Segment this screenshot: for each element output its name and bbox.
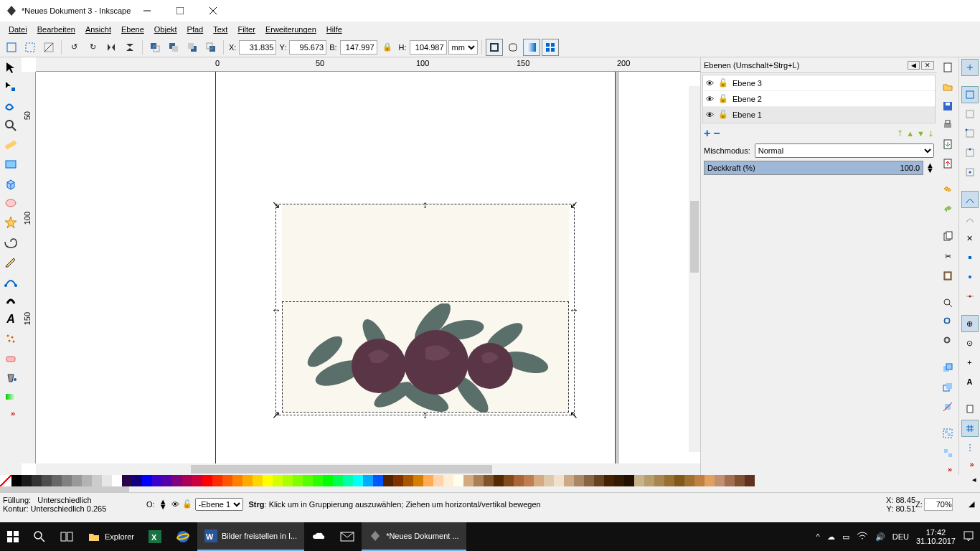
scrollbar-vertical[interactable] [689, 86, 700, 452]
swatch[interactable] [473, 475, 484, 486]
layer-row[interactable]: 👁 🔓 Ebene 3 [703, 75, 935, 91]
swatch[interactable] [413, 475, 423, 486]
remove-layer-icon[interactable]: − [713, 127, 720, 140]
node-tool-icon[interactable] [2, 78, 19, 95]
tweak-tool-icon[interactable] [2, 98, 19, 115]
print-icon[interactable] [939, 116, 956, 133]
snap-rotation-icon[interactable]: + [961, 354, 979, 371]
lower-bottom-icon[interactable] [202, 39, 220, 56]
snap-bbox-icon[interactable] [961, 86, 979, 103]
save-icon[interactable] [939, 98, 956, 115]
minimize-button[interactable] [131, 0, 164, 22]
swatch[interactable] [343, 475, 353, 486]
snap-path-icon[interactable] [961, 210, 979, 227]
swatch[interactable] [393, 475, 403, 486]
swatch[interactable] [453, 475, 463, 486]
calligraphy-tool-icon[interactable] [2, 291, 19, 309]
snap-cusp-icon[interactable] [961, 249, 979, 266]
swatch[interactable] [142, 475, 152, 486]
swatch[interactable] [92, 475, 102, 486]
swatch[interactable] [192, 475, 202, 486]
h-input[interactable] [410, 40, 447, 55]
menu-extensions[interactable]: Erweiterungen [261, 24, 321, 35]
transform-pattern-icon[interactable] [542, 39, 559, 56]
snap-text-icon[interactable]: A [961, 373, 979, 390]
swatch[interactable] [594, 475, 604, 486]
swatch[interactable] [604, 475, 614, 486]
swatch[interactable] [313, 475, 323, 486]
add-layer-icon[interactable]: + [704, 127, 710, 140]
menu-file[interactable]: Datei [4, 24, 32, 35]
menu-help[interactable]: Hilfe [322, 24, 347, 35]
canvas-viewport[interactable]: ↘ ↙ ↗ ↖ ↕ ↕ ↔ ↔ [36, 72, 700, 463]
palette-scrollbar[interactable] [0, 486, 980, 492]
swatch[interactable] [293, 475, 303, 486]
flip-h-icon[interactable] [103, 39, 120, 56]
measure-tool-icon[interactable] [2, 136, 19, 154]
ruler-vertical[interactable]: 0 50 100 150 [22, 72, 36, 463]
swatch[interactable] [514, 475, 524, 486]
open-icon[interactable] [939, 78, 956, 95]
swatch[interactable] [42, 475, 52, 486]
lock-icon[interactable]: 🔓 [718, 78, 728, 88]
swatch[interactable] [222, 475, 232, 486]
snap-enable-icon[interactable] [961, 59, 979, 76]
zoom-input[interactable] [924, 498, 953, 511]
fill-value[interactable]: Unterschiedlich [37, 496, 91, 504]
zoom-page-icon[interactable] [939, 332, 956, 349]
swatch[interactable] [634, 475, 644, 486]
swatch[interactable] [554, 475, 564, 486]
scrollbar-horizontal[interactable] [36, 463, 700, 475]
swatch[interactable] [323, 475, 333, 486]
swatch[interactable] [403, 475, 413, 486]
swatch[interactable] [162, 475, 172, 486]
swatch[interactable] [112, 475, 122, 486]
cut-icon[interactable]: ✂ [939, 248, 956, 265]
layer-down-icon[interactable]: ▼ [917, 129, 925, 138]
swatch[interactable] [705, 475, 715, 486]
unit-select[interactable]: mm [448, 40, 478, 55]
snap-smooth-icon[interactable] [961, 268, 979, 286]
menu-text[interactable]: Text [209, 24, 232, 35]
swatch[interactable] [363, 475, 373, 486]
clone-icon[interactable] [939, 379, 956, 396]
swatch[interactable] [544, 475, 554, 486]
swatch[interactable] [152, 475, 162, 486]
resize-grip-icon[interactable]: ◢ [966, 499, 977, 509]
close-button[interactable] [197, 0, 230, 22]
import-icon[interactable] [939, 136, 956, 153]
snap-bbox-center-icon[interactable] [961, 164, 979, 181]
swatch[interactable] [32, 475, 42, 486]
swatch[interactable] [644, 475, 654, 486]
swatch[interactable] [202, 475, 212, 486]
search-icon[interactable] [26, 522, 53, 551]
task-excel[interactable]: X [141, 522, 169, 551]
menu-object[interactable]: Objekt [150, 24, 182, 35]
swatch[interactable] [273, 475, 283, 486]
handle-se[interactable]: ↖ [569, 410, 579, 420]
swatch[interactable] [82, 475, 92, 486]
pencil-tool-icon[interactable] [2, 253, 19, 270]
stroke-value[interactable]: Unterschiedlich 0.265 [31, 504, 107, 513]
swatch[interactable] [423, 475, 433, 486]
layer-select-status[interactable]: -Ebene 1 [195, 498, 243, 511]
spiral-tool-icon[interactable] [2, 233, 19, 250]
ellipse-tool-icon[interactable] [2, 194, 19, 212]
swatch[interactable] [132, 475, 142, 486]
handle-sw[interactable]: ↗ [271, 410, 281, 420]
swatch[interactable] [694, 475, 705, 486]
tray-wifi-icon[interactable] [857, 532, 868, 542]
swatch[interactable] [684, 475, 694, 486]
snap-guide-icon[interactable] [961, 439, 979, 456]
flip-v-icon[interactable] [121, 39, 138, 56]
task-mail[interactable] [333, 522, 362, 551]
swatch[interactable] [182, 475, 192, 486]
layer-row[interactable]: 👁 🔓 Ebene 2 [703, 91, 935, 107]
palette-menu-icon[interactable]: ◂ [969, 475, 980, 486]
task-inkscape[interactable]: *Neues Dokument ... [362, 522, 466, 551]
snap-grid-icon[interactable] [961, 420, 979, 437]
task-ie[interactable] [169, 522, 197, 551]
transform-stroke-icon[interactable] [486, 39, 503, 56]
tray-chevron-icon[interactable]: ^ [816, 532, 820, 541]
start-button[interactable] [0, 522, 26, 551]
